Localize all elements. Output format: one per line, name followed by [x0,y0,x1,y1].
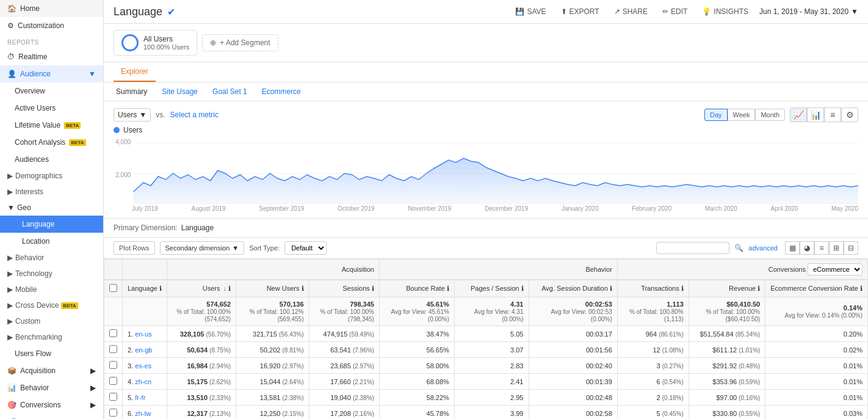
sidebar-item-attribution[interactable]: 🔗 Attribution BETA [0,414,103,419]
export-button[interactable]: ⬆ EXPORT [557,5,603,18]
tab-site-usage[interactable]: Site Usage [159,86,200,97]
metric-selector[interactable]: Users ▼ [114,108,151,122]
sidebar-item-behavior-main[interactable]: 📊 Behavior ▶ [0,379,103,396]
data-table-wrap: Acquisition Behavior Conversions eCommer… [104,259,868,419]
sidebar-item-audiences[interactable]: Audiences [0,151,103,168]
row-checkbox[interactable] [109,377,117,385]
save-button[interactable]: 💾 SAVE [512,5,549,18]
period-week-btn[interactable]: Week [728,109,756,121]
plot-rows-button[interactable]: Plot Rows [114,241,155,255]
pivot-view-btn[interactable]: ⊞ [829,241,844,255]
row-checkbox[interactable] [109,393,117,401]
language-link[interactable]: zh-cn [135,378,151,385]
grid-view-btn[interactable]: ▦ [785,241,800,255]
sidebar-item-audience[interactable]: 👤 Audience ▼ [0,65,103,82]
col-new-users[interactable]: New Users ℹ [236,280,309,297]
chart-view-buttons: 📈 📊 ≡ ⚙ [790,107,858,122]
sidebar-item-custom[interactable]: ▶ Custom [0,313,103,329]
ecommerce-select[interactable]: eCommerce [808,263,863,275]
share-button[interactable]: ↗ SHARE [610,5,651,18]
language-link[interactable]: zh-tw [135,410,151,417]
col-select-all[interactable] [104,280,123,297]
row-checkbox[interactable] [109,345,117,353]
search-icon[interactable]: 🔍 [734,244,743,252]
new-users-info-icon: ℹ [302,285,304,292]
chart-legend: Users [114,126,858,134]
tab-explorer[interactable]: Explorer [114,62,156,82]
col-language-header [123,260,167,280]
sidebar-item-active-users[interactable]: Active Users [0,100,103,117]
sidebar-item-overview[interactable]: Overview [0,82,103,100]
search-input[interactable] [656,242,729,254]
sidebar-item-users-flow[interactable]: Users Flow [0,345,103,362]
sidebar-item-acquisition[interactable]: 📦 Acquisition ▶ [0,362,103,379]
sidebar-item-customization[interactable]: ⚙ Customization [0,17,103,34]
language-link[interactable]: en-gb [135,346,152,354]
col-users[interactable]: Users ↓ ℹ [167,280,236,297]
users-info-icon: ℹ [228,285,231,292]
secondary-dimension-button[interactable]: Secondary dimension ▼ [160,241,245,255]
language-link[interactable]: es-es [135,362,151,370]
sidebar-item-cross-device[interactable]: ▶ Cross Device BETA [0,297,103,313]
col-sessions[interactable]: Sessions ℹ [309,280,379,297]
insights-button[interactable]: 💡 INSIGHTS [698,5,752,18]
sidebar-item-benchmarking[interactable]: ▶ Benchmarking [0,329,103,345]
col-checkbox [104,260,123,280]
sidebar-item-behavior[interactable]: ▶ Behavior [0,250,103,266]
list-view-btn[interactable]: ≡ [814,241,829,255]
col-language[interactable]: Language ℹ [123,280,167,297]
bar-chart-btn[interactable]: 📊 [807,107,824,122]
col-transactions[interactable]: Transactions ℹ [617,280,689,297]
line-chart-btn[interactable]: 📈 [790,107,807,122]
sidebar: 🏠 Home ⚙ Customization REPORTS ⏱ Realtim… [0,0,104,419]
sidebar-item-mobile[interactable]: ▶ Mobile [0,282,103,297]
sidebar-item-geo[interactable]: ▼ Geo [0,200,103,216]
period-month-btn[interactable]: Month [755,109,785,121]
sidebar-item-cohort-analysis[interactable]: Cohort Analysis BETA [0,134,103,151]
select-all-checkbox[interactable] [109,284,117,292]
x-label-dec: December 2019 [485,205,528,212]
total-transactions: 1,113 % of Total: 100.80% (1,113) [617,297,689,326]
sidebar-item-location[interactable]: Location [0,233,103,250]
language-link[interactable]: fr-fr [135,394,145,401]
col-avg-session[interactable]: Avg. Session Duration ℹ [529,280,617,297]
total-revenue: $60,410.50 % of Total: 100.00% ($60,410.… [689,297,765,326]
sidebar-item-home[interactable]: 🏠 Home [0,0,103,17]
row-checkbox[interactable] [109,329,117,337]
tab-ecommerce[interactable]: Ecommerce [259,86,303,97]
x-label-apr: April 2020 [770,205,798,212]
col-pages-session[interactable]: Pages / Session ℹ [454,280,529,297]
sidebar-item-demographics[interactable]: ▶ Demographics [0,168,103,184]
add-segment-button[interactable]: ⊕ + Add Segment [202,34,278,51]
svg-text:4,000: 4,000 [115,139,131,145]
x-label-feb: February 2020 [632,205,671,212]
row-checkbox[interactable] [109,409,117,417]
tab-summary[interactable]: Summary [114,86,150,97]
advanced-link[interactable]: advanced [748,244,778,252]
select-metric-link[interactable]: Select a metric [170,111,219,119]
col-revenue[interactable]: Revenue ℹ [689,280,765,297]
date-range-picker[interactable]: Jun 1, 2019 - May 31, 2020 ▼ [759,7,858,16]
period-buttons: Day Week Month [704,109,785,121]
acquisition-arrow: ▶ [90,366,96,375]
sidebar-item-realtime[interactable]: ⏱ Realtime [0,48,103,65]
table-chart-btn[interactable]: ≡ [824,107,841,122]
settings-chart-btn[interactable]: ⚙ [841,107,858,122]
compare-view-btn[interactable]: ⊟ [844,241,858,255]
edit-button[interactable]: ✏ EDIT [659,5,691,18]
sort-type-select[interactable]: Default [284,241,327,255]
segment-all-users[interactable]: All Users 100.00% Users [114,30,197,56]
tab-goal-set-1[interactable]: Goal Set 1 [210,86,250,97]
period-day-btn[interactable]: Day [704,109,728,121]
chart-area: Users ▼ vs. Select a metric Day Week Mon… [104,101,868,219]
language-link[interactable]: en-us [135,330,152,338]
row-checkbox[interactable] [109,361,117,369]
col-bounce-rate[interactable]: Bounce Rate ℹ [379,280,454,297]
sidebar-item-interests[interactable]: ▶ Interests [0,184,103,200]
sidebar-item-lifetime-value[interactable]: Lifetime Value BETA [0,117,103,134]
col-ecommerce-rate[interactable]: Ecommerce Conversion Rate ℹ [765,280,868,297]
sidebar-item-conversions[interactable]: 🎯 Conversions ▶ [0,396,103,414]
pie-view-btn[interactable]: ◕ [800,241,814,255]
sidebar-item-language[interactable]: Language [0,216,103,233]
sidebar-item-technology[interactable]: ▶ Technology [0,266,103,282]
